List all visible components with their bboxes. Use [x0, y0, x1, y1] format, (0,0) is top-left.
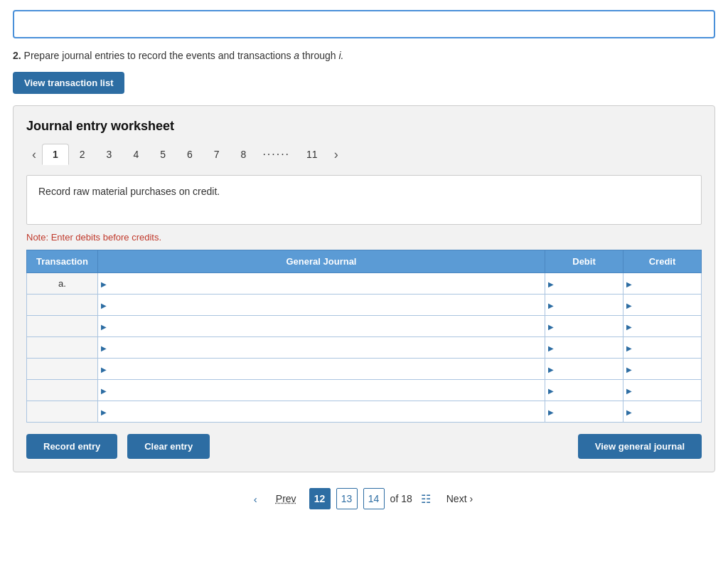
debit-cell-7[interactable]	[545, 401, 623, 423]
credit-input-6[interactable]	[623, 380, 701, 401]
tab-5[interactable]: 5	[149, 144, 176, 165]
credit-cell-3[interactable]	[623, 316, 702, 337]
transaction-cell-1: a.	[27, 273, 98, 295]
journal-table: Transaction General Journal Debit Credit…	[26, 250, 702, 423]
credit-input-7[interactable]	[623, 401, 701, 422]
journal-worksheet: Journal entry worksheet ‹ 1 2 3 4 5 6 7 …	[13, 105, 715, 472]
tab-3[interactable]: 3	[96, 144, 123, 165]
variable-a: a	[294, 50, 299, 61]
debit-cell-6[interactable]	[545, 380, 623, 401]
col-header-transaction: Transaction	[27, 250, 98, 273]
debit-input-1[interactable]	[545, 273, 623, 294]
table-row: a.	[27, 273, 702, 295]
debit-input-3[interactable]	[545, 316, 623, 336]
credit-cell-2[interactable]	[623, 295, 702, 316]
journal-cell-4[interactable]	[98, 337, 545, 359]
tab-prev-arrow[interactable]: ‹	[26, 144, 42, 165]
note-text: Note: Enter debits before credits.	[26, 232, 702, 243]
journal-cell-5[interactable]	[98, 359, 545, 380]
credit-cell-7[interactable]	[623, 401, 702, 423]
table-row	[27, 316, 702, 337]
grid-icon[interactable]: ☷	[418, 489, 434, 509]
tab-2[interactable]: 2	[69, 144, 96, 165]
page-of: of 18	[390, 493, 412, 504]
col-header-debit: Debit	[545, 250, 623, 273]
record-entry-button[interactable]: Record entry	[26, 434, 117, 459]
question-text: 2. Prepare journal entries to record the…	[13, 48, 715, 63]
tab-ellipsis: ······	[257, 144, 296, 165]
tab-next-arrow[interactable]: ›	[328, 144, 344, 165]
tab-1[interactable]: 1	[42, 144, 69, 165]
col-header-credit: Credit	[623, 250, 702, 273]
pagination: ‹ Prev 12 13 14 of 18 ☷ Next ›	[0, 488, 728, 509]
view-general-journal-button[interactable]: View general journal	[578, 434, 702, 459]
page-13[interactable]: 13	[336, 488, 358, 509]
prev-arrow[interactable]: ‹	[248, 490, 263, 508]
debit-input-6[interactable]	[545, 380, 623, 401]
debit-input-2[interactable]	[545, 295, 623, 315]
description-box: Record raw material purchases on credit.	[26, 175, 702, 225]
journal-input-2[interactable]	[98, 295, 545, 315]
credit-cell-5[interactable]	[623, 359, 702, 380]
debit-cell-5[interactable]	[545, 359, 623, 380]
top-input-bar[interactable]	[13, 10, 715, 38]
credit-input-1[interactable]	[623, 273, 701, 294]
page-12[interactable]: 12	[309, 488, 331, 509]
variable-i: i.	[338, 50, 343, 61]
tab-7[interactable]: 7	[203, 144, 230, 165]
credit-cell-4[interactable]	[623, 337, 702, 359]
credit-cell-1[interactable]	[623, 273, 702, 295]
journal-input-7[interactable]	[98, 401, 545, 422]
tab-4[interactable]: 4	[122, 144, 149, 165]
transaction-cell-4	[27, 337, 98, 359]
tab-navigation: ‹ 1 2 3 4 5 6 7 8 ······ 11 ›	[26, 144, 702, 165]
debit-input-7[interactable]	[545, 401, 623, 422]
table-row	[27, 295, 702, 316]
journal-input-6[interactable]	[98, 380, 545, 401]
transaction-cell-7	[27, 401, 98, 423]
transaction-cell-6	[27, 380, 98, 401]
col-header-general-journal: General Journal	[98, 250, 545, 273]
journal-cell-6[interactable]	[98, 380, 545, 401]
journal-cell-1[interactable]	[98, 273, 545, 295]
transaction-cell-2	[27, 295, 98, 316]
page-14[interactable]: 14	[363, 488, 385, 509]
debit-input-4[interactable]	[545, 337, 623, 358]
credit-input-2[interactable]	[623, 295, 701, 315]
credit-input-5[interactable]	[623, 359, 701, 379]
tab-8[interactable]: 8	[230, 144, 257, 165]
debit-cell-2[interactable]	[545, 295, 623, 316]
transaction-cell-3	[27, 316, 98, 337]
prev-label[interactable]: Prev	[269, 490, 304, 507]
journal-cell-2[interactable]	[98, 295, 545, 316]
tab-6[interactable]: 6	[176, 144, 203, 165]
credit-input-4[interactable]	[623, 337, 701, 358]
journal-cell-3[interactable]	[98, 316, 545, 337]
debit-input-5[interactable]	[545, 359, 623, 379]
credit-input-3[interactable]	[623, 316, 701, 336]
action-buttons-left: Record entry Clear entry	[26, 434, 210, 459]
debit-cell-4[interactable]	[545, 337, 623, 359]
credit-cell-6[interactable]	[623, 380, 702, 401]
journal-input-4[interactable]	[98, 337, 545, 358]
journal-input-5[interactable]	[98, 359, 545, 379]
journal-input-3[interactable]	[98, 316, 545, 336]
description-text: Record raw material purchases on credit.	[38, 186, 220, 197]
transaction-cell-5	[27, 359, 98, 380]
debit-cell-1[interactable]	[545, 273, 623, 295]
worksheet-title: Journal entry worksheet	[26, 119, 702, 134]
table-row	[27, 337, 702, 359]
tab-11[interactable]: 11	[296, 144, 328, 165]
next-label[interactable]: Next ›	[439, 490, 480, 507]
table-row	[27, 401, 702, 423]
clear-entry-button[interactable]: Clear entry	[127, 434, 210, 459]
table-row	[27, 380, 702, 401]
question-number: 2.	[13, 50, 21, 61]
debit-cell-3[interactable]	[545, 316, 623, 337]
view-transaction-button[interactable]: View transaction list	[13, 72, 124, 94]
journal-input-1[interactable]	[98, 273, 545, 294]
table-row	[27, 359, 702, 380]
action-buttons-row: Record entry Clear entry View general jo…	[26, 434, 702, 459]
journal-cell-7[interactable]	[98, 401, 545, 423]
